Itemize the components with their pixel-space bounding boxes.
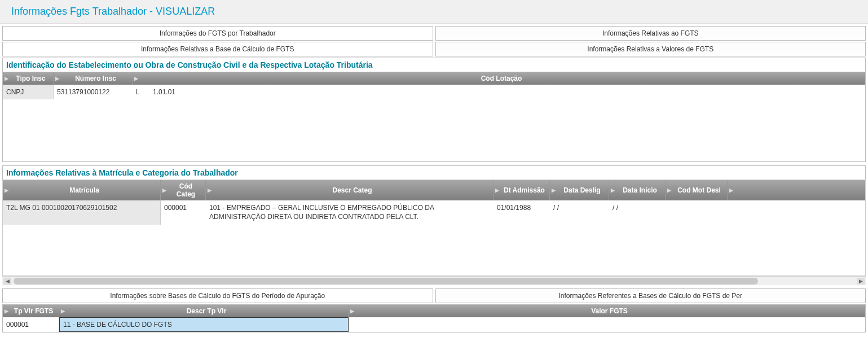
cell-lotacao-prefix: L (133, 85, 149, 99)
col-label: Valor FGTS (358, 307, 861, 315)
col-extra[interactable]: ▶D (728, 180, 866, 200)
col-descr-categ[interactable]: ▶Descr Categ (206, 180, 494, 200)
tab-info-fgts-trabalhador[interactable]: Informações do FGTS por Trabalhador (2, 26, 433, 41)
cell-cod-categ: 000001 (161, 200, 206, 225)
sort-arrow-icon: ▶ (350, 308, 354, 314)
grid-matricula: ▶Matrícula ▶Cód Categ ▶Descr Categ ▶Dt A… (3, 180, 866, 275)
grid-body-estabelecimento: CNPJ 53113791000122 L 1.01.01 (3, 85, 865, 161)
sort-arrow-icon: ▶ (495, 187, 499, 193)
col-label: Dt Admissão (503, 186, 546, 194)
sort-arrow-icon: ▶ (208, 187, 212, 193)
col-label: Tipo Insc (12, 75, 50, 82)
tab-info-base-calculo[interactable]: Informações Relativas a Base de Cálculo … (2, 42, 433, 56)
sort-arrow-icon: ▶ (134, 76, 138, 81)
col-label: Tp Vlr FGTS (12, 307, 55, 315)
col-cod-lotacao[interactable]: ▶Cód Lotação (133, 72, 865, 85)
table-row[interactable]: T2L MG 01 00010020170629101502 000001 10… (3, 200, 866, 225)
selected-cell[interactable]: 11 - BASE DE CÁLCULO DO FGTS (59, 317, 349, 332)
cell-data-inicio: / / (609, 200, 666, 225)
col-label: Cód Categ (170, 182, 202, 198)
col-data-inicio[interactable]: ▶Data Início (609, 180, 666, 200)
col-label: Data Deslig (559, 186, 605, 194)
tab-info-relativas-fgts[interactable]: Informações Relativas ao FGTS (435, 26, 866, 41)
tab-bases-calculo-periodo[interactable]: Informações sobre Bases de Cálculo do FG… (2, 288, 433, 303)
table-row[interactable]: CNPJ 53113791000122 L 1.01.01 (3, 85, 865, 99)
section-title-estabelecimento: Identificação do Estabelecimento ou Obra… (2, 58, 866, 72)
cell-lotacao-code: 1.01.01 (149, 85, 179, 99)
tab-info-valores-fgts[interactable]: Informações Relativas a Valores de FGTS (435, 42, 866, 56)
cell-numero-insc: 53113791000122 (54, 85, 133, 99)
sort-arrow-icon: ▶ (729, 187, 733, 193)
grid-spacer (3, 225, 866, 275)
col-label: Descr Tp Vlr (68, 307, 345, 315)
cell-valor-fgts (349, 317, 865, 332)
grid-head-valores: ▶Tp Vlr FGTS ▶Descr Tp Vlr ▶Valor FGTS (3, 305, 865, 317)
col-label: Matrícula (12, 186, 157, 194)
grid-head-estabelecimento: ▶Tipo Insc ▶Número Insc ▶Cód Lotação (3, 72, 865, 85)
page-title: Informações Fgts Trabalhador - VISUALIZA… (11, 6, 857, 18)
cell-tipo-insc: CNPJ (3, 85, 54, 99)
content-area: Informações do FGTS por Trabalhador Info… (0, 24, 868, 335)
scrollbar-thumb[interactable] (14, 278, 758, 285)
grid-body-valores: 000001 11 - BASE DE CÁLCULO DO FGTS (3, 317, 865, 332)
cell-extra (728, 200, 866, 225)
col-label: Número Insc (63, 75, 129, 82)
cell-matricula: T2L MG 01 00010020170629101502 (3, 200, 161, 225)
tab-row-1: Informações do FGTS por Trabalhador Info… (2, 26, 866, 41)
col-numero-insc[interactable]: ▶Número Insc (54, 72, 133, 85)
tab-bases-calculo-per[interactable]: Informações Referentes a Bases de Cálcul… (435, 288, 866, 303)
col-label: Cód Lotação (142, 75, 861, 82)
col-dt-admissao[interactable]: ▶Dt Admissão (494, 180, 550, 200)
horizontal-scrollbar[interactable]: ◀ ▶ (2, 276, 866, 285)
sort-arrow-icon: ▶ (162, 187, 166, 193)
cell-tp-vlr: 000001 (3, 317, 59, 332)
scroll-left-icon[interactable]: ◀ (3, 278, 11, 285)
col-data-deslig[interactable]: ▶Data Deslig (550, 180, 609, 200)
col-label: Descr Categ (215, 186, 490, 194)
sort-arrow-icon: ▶ (552, 187, 556, 193)
grid-spacer (3, 99, 865, 161)
sort-arrow-icon: ▶ (55, 76, 59, 81)
section-title-matricula: Informações Relativas à Matrícula e Cate… (2, 165, 866, 180)
page-header: Informações Fgts Trabalhador - VISUALIZA… (0, 0, 868, 24)
scroll-right-icon[interactable]: ▶ (857, 278, 865, 285)
col-cod-mot-desl[interactable]: ▶Cod Mot Desl (666, 180, 728, 200)
sort-arrow-icon: ▶ (5, 308, 8, 314)
cell-descr-tp-vlr[interactable]: 11 - BASE DE CÁLCULO DO FGTS (59, 317, 349, 332)
col-matricula[interactable]: ▶Matrícula (3, 180, 161, 200)
sort-arrow-icon: ▶ (5, 76, 8, 81)
sort-arrow-icon: ▶ (5, 187, 8, 193)
col-tp-vlr-fgts[interactable]: ▶Tp Vlr FGTS (3, 305, 59, 317)
grid-valores: ▶Tp Vlr FGTS ▶Descr Tp Vlr ▶Valor FGTS 0… (2, 304, 866, 333)
sort-arrow-icon: ▶ (667, 187, 671, 193)
col-descr-tp-vlr[interactable]: ▶Descr Tp Vlr (59, 305, 349, 317)
col-valor-fgts[interactable]: ▶Valor FGTS (349, 305, 865, 317)
col-label: Data Início (618, 186, 662, 194)
table-row[interactable]: 000001 11 - BASE DE CÁLCULO DO FGTS (3, 317, 865, 332)
grid-matricula-scroll[interactable]: ▶Matrícula ▶Cód Categ ▶Descr Categ ▶Dt A… (2, 180, 866, 276)
col-cod-categ[interactable]: ▶Cód Categ (161, 180, 206, 200)
grid-head-matricula: ▶Matrícula ▶Cód Categ ▶Descr Categ ▶Dt A… (3, 180, 866, 200)
tab-row-2: Informações Relativas a Base de Cálculo … (2, 42, 866, 56)
grid-estabelecimento: ▶Tipo Insc ▶Número Insc ▶Cód Lotação CNP… (2, 72, 866, 162)
col-tipo-insc[interactable]: ▶Tipo Insc (3, 72, 54, 85)
sort-arrow-icon: ▶ (61, 308, 65, 314)
cell-dt-admissao: 01/01/1988 (494, 200, 550, 225)
col-label: D (737, 186, 866, 194)
cell-data-deslig: / / (550, 200, 609, 225)
sort-arrow-icon: ▶ (611, 187, 615, 193)
grid-body-matricula: T2L MG 01 00010020170629101502 000001 10… (3, 200, 866, 275)
cell-cod-mot-desl (666, 200, 728, 225)
col-label: Cod Mot Desl (675, 186, 724, 194)
tab-row-3: Informações sobre Bases de Cálculo do FG… (2, 288, 866, 303)
cell-descr-categ: 101 - EMPREGADO – GERAL INCLUSIVE O EMPR… (206, 200, 494, 225)
